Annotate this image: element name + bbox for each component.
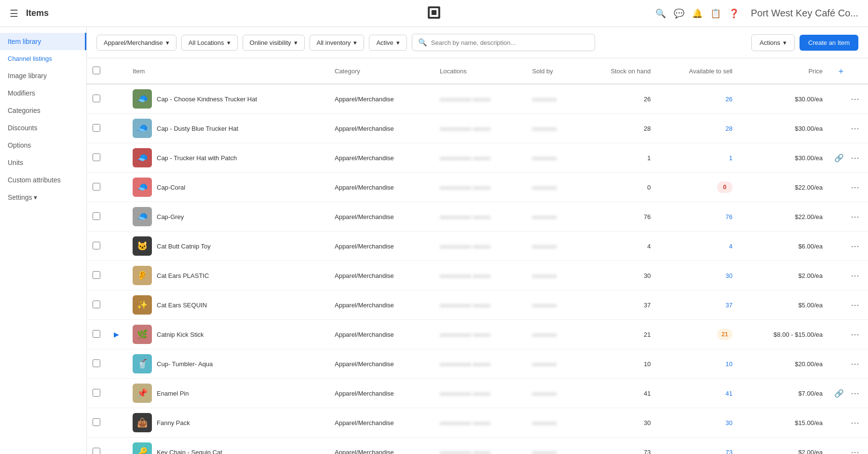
row-checkbox-cell[interactable] <box>87 143 106 173</box>
chat-icon[interactable]: 💬 <box>674 8 684 19</box>
locations-filter[interactable]: All Locations ▾ <box>181 35 238 51</box>
row-checkbox[interactable] <box>93 183 100 191</box>
expand-button[interactable]: ▶ <box>112 330 121 339</box>
col-sold-by[interactable]: Sold by <box>526 58 580 84</box>
row-more-button[interactable]: ⋯ <box>848 122 862 135</box>
row-more-button[interactable]: ⋯ <box>848 240 862 252</box>
category-filter[interactable]: Apparel/Merchandise ▾ <box>96 35 176 51</box>
item-name[interactable]: Cap - Trucker Hat with Patch <box>157 154 237 162</box>
available-value[interactable]: 26 <box>725 96 732 103</box>
row-checkbox[interactable] <box>93 301 100 308</box>
search-input[interactable] <box>431 39 589 46</box>
item-name[interactable]: Cap - Dusty Blue Trucker Hat <box>157 125 238 132</box>
row-checkbox[interactable] <box>93 418 100 426</box>
available-value[interactable]: 37 <box>725 302 732 309</box>
row-checkbox-cell[interactable] <box>87 379 106 408</box>
row-checkbox[interactable] <box>93 242 100 249</box>
sidebar-item-units[interactable]: Units <box>0 154 86 171</box>
row-more-button[interactable]: ⋯ <box>848 328 862 341</box>
sidebar-item-channel-listings[interactable]: Channel listings <box>0 50 86 67</box>
col-stock[interactable]: Stock on hand <box>580 58 656 84</box>
row-more-button[interactable]: ⋯ <box>848 181 862 193</box>
row-checkbox[interactable] <box>93 330 100 338</box>
row-checkbox-cell[interactable] <box>87 408 106 438</box>
row-more-button[interactable]: ⋯ <box>848 151 862 164</box>
row-checkbox-cell[interactable] <box>87 290 106 320</box>
row-checkbox[interactable] <box>93 448 100 454</box>
sidebar-item-options[interactable]: Options <box>0 137 86 154</box>
status-filter[interactable]: Active ▾ <box>369 35 407 51</box>
sidebar-item-image-library[interactable]: Image library <box>0 67 86 84</box>
add-column-button[interactable]: ＋ <box>834 64 848 78</box>
col-add[interactable]: ＋ <box>828 58 868 84</box>
row-checkbox-cell[interactable] <box>87 438 106 454</box>
row-checkbox-cell[interactable] <box>87 202 106 232</box>
row-more-button[interactable]: ⋯ <box>848 93 862 105</box>
select-all-checkbox[interactable] <box>93 67 100 74</box>
link-icon[interactable]: 🔗 <box>834 389 844 398</box>
available-value[interactable]: 41 <box>725 390 732 397</box>
available-value[interactable]: 30 <box>725 272 732 279</box>
row-checkbox-cell[interactable] <box>87 232 106 261</box>
item-name[interactable]: Cat Butt Catnip Toy <box>157 243 211 250</box>
row-more-button[interactable]: ⋯ <box>848 387 862 399</box>
link-icon[interactable]: 🔗 <box>834 153 844 163</box>
col-available[interactable]: Available to sell <box>657 58 738 84</box>
row-more-button[interactable]: ⋯ <box>848 416 862 429</box>
visibility-filter[interactable]: Online visibility ▾ <box>243 35 305 51</box>
row-more-button[interactable]: ⋯ <box>848 299 862 311</box>
available-value[interactable]: 76 <box>725 213 732 220</box>
row-checkbox-cell[interactable] <box>87 261 106 290</box>
available-badge-red[interactable]: 0 <box>717 181 732 193</box>
sidebar-item-custom-attributes[interactable]: Custom attributes <box>0 171 86 189</box>
item-name[interactable]: Cat Ears SEQUIN <box>157 302 207 309</box>
row-checkbox[interactable] <box>93 271 100 279</box>
item-name[interactable]: Key Chain - Sequin Cat <box>157 449 222 454</box>
row-more-button[interactable]: ⋯ <box>848 358 862 370</box>
available-value[interactable]: 28 <box>725 125 732 132</box>
help-icon[interactable]: ❓ <box>729 8 739 19</box>
item-name[interactable]: Cap-Coral <box>157 184 185 191</box>
row-more-button[interactable]: ⋯ <box>848 210 862 223</box>
item-name[interactable]: Catnip Kick Stick <box>157 331 204 338</box>
row-checkbox[interactable] <box>93 389 100 397</box>
row-checkbox-cell[interactable] <box>87 349 106 379</box>
sidebar-item-modifiers[interactable]: Modifiers <box>0 84 86 102</box>
available-badge-orange[interactable]: 21 <box>717 329 732 340</box>
row-more-button[interactable]: ⋯ <box>848 446 862 454</box>
row-checkbox[interactable] <box>93 212 100 220</box>
sidebar-item-item-library[interactable]: Item library <box>0 33 86 50</box>
actions-button[interactable]: Actions ▾ <box>751 34 795 51</box>
available-value[interactable]: 1 <box>729 154 732 162</box>
search-icon[interactable]: 🔍 <box>655 8 666 19</box>
col-category[interactable]: Category <box>329 58 434 84</box>
col-item[interactable]: Item <box>127 58 329 84</box>
available-value[interactable]: 4 <box>729 243 732 250</box>
row-checkbox[interactable] <box>93 153 100 161</box>
row-checkbox[interactable] <box>93 124 100 132</box>
row-checkbox-cell[interactable] <box>87 84 106 114</box>
sidebar-item-discounts[interactable]: Discounts <box>0 119 86 137</box>
row-checkbox[interactable] <box>93 359 100 367</box>
item-name[interactable]: Fanny Pack <box>157 419 190 426</box>
item-name[interactable]: Cap - Choose Kindness Trucker Hat <box>157 96 257 103</box>
select-all-header[interactable] <box>87 58 106 84</box>
inventory-filter[interactable]: All inventory ▾ <box>310 35 365 51</box>
sidebar-item-settings[interactable]: Settings ▾ <box>0 189 86 206</box>
create-item-button[interactable]: Create an Item <box>800 35 858 51</box>
sidebar-item-categories[interactable]: Categories <box>0 102 86 119</box>
item-name[interactable]: Cap-Grey <box>157 213 184 220</box>
available-value[interactable]: 73 <box>725 449 732 454</box>
hamburger-icon[interactable]: ☰ <box>10 8 18 19</box>
row-checkbox-cell[interactable] <box>87 320 106 349</box>
item-name[interactable]: Enamel Pin <box>157 390 189 397</box>
row-checkbox-cell[interactable] <box>87 114 106 143</box>
item-name[interactable]: Cat Ears PLASTIC <box>157 272 209 279</box>
reports-icon[interactable]: 📋 <box>710 8 721 19</box>
item-name[interactable]: Cup- Tumbler- Aqua <box>157 360 213 368</box>
row-checkbox-cell[interactable] <box>87 173 106 202</box>
row-checkbox[interactable] <box>93 95 100 102</box>
notification-icon[interactable]: 🔔 <box>692 8 703 19</box>
available-value[interactable]: 30 <box>725 419 732 426</box>
col-price[interactable]: Price <box>738 58 828 84</box>
